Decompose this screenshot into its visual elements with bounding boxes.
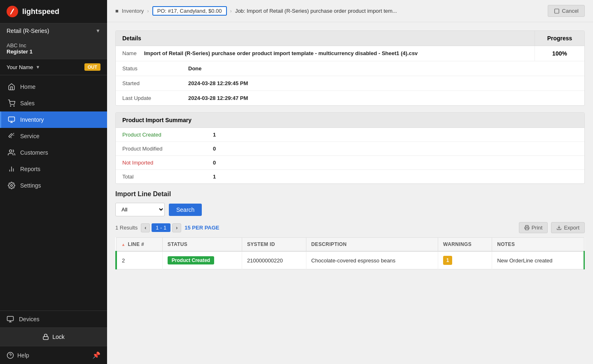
cancel-label: Cancel [562, 8, 579, 14]
col-notes[interactable]: NOTES [492, 238, 584, 252]
settings-icon [8, 182, 15, 189]
per-page-link[interactable]: 15 PER PAGE [184, 225, 219, 231]
col-system-id[interactable]: SYSTEM ID [242, 238, 306, 252]
summary-total-row: Total 1 [116, 170, 584, 183]
sidebar-item-service-label: Service [20, 133, 40, 139]
sidebar-item-devices[interactable]: Devices [0, 311, 107, 327]
import-table: ▲ LINE # STATUS SYSTEM ID DESCRIPTION WA… [115, 237, 585, 269]
cell-notes: New OrderLine created [492, 251, 584, 269]
product-created-value: 1 [213, 132, 216, 138]
user-name-button[interactable]: Your Name ▼ [7, 64, 40, 70]
main-content: ■ Inventory › PO: #17, Candyland, $0.00 … [107, 0, 593, 364]
page-current: 1 - 1 [152, 223, 170, 232]
retail-selector[interactable]: Retail (R-Series) ▼ [0, 23, 107, 38]
register-name: Register 1 [7, 49, 100, 55]
cell-line-num: 2 [116, 251, 162, 269]
help-label: Help [17, 352, 29, 359]
devices-label: Devices [19, 316, 40, 322]
details-card: Details Progress Name Import of Retail (… [115, 30, 585, 106]
sidebar-item-settings-label: Settings [20, 182, 41, 189]
status-value: Done [188, 65, 202, 72]
summary-card-header: Product Import Summary [116, 113, 584, 128]
name-value: Import of Retail (R-Series) purchase ord… [144, 50, 418, 56]
sidebar-item-customers[interactable]: Customers [0, 144, 107, 161]
status-label: Status [122, 65, 188, 72]
started-label: Started [122, 80, 188, 86]
service-icon [8, 132, 15, 140]
col-warnings[interactable]: WARNINGS [438, 238, 492, 252]
sidebar-logo: lightspeed [0, 0, 107, 23]
sidebar-item-settings[interactable]: Settings [0, 177, 107, 194]
retail-selector-label: Retail (R-Series) [7, 28, 49, 34]
breadcrumb-icon: ■ [115, 8, 119, 14]
product-modified-label: Product Modified [122, 146, 213, 152]
svg-rect-17 [554, 9, 559, 13]
sidebar-user: Your Name ▼ OUT [0, 59, 107, 75]
sidebar-item-home[interactable]: Home [0, 79, 107, 95]
table-row: 2 Product Created 210000000220 Chocolate… [116, 251, 584, 269]
customers-icon [8, 149, 15, 156]
warning-badge: 1 [443, 256, 452, 265]
logo-text: lightspeed [22, 7, 59, 16]
breadcrumb-job: Job: Import of Retail (R-Series) purchas… [235, 8, 397, 14]
help-row: Help 📌 [0, 346, 107, 364]
svg-point-1 [10, 106, 11, 107]
export-icon [556, 225, 562, 230]
sidebar-bottom: Devices Lock Help 📌 [0, 311, 107, 364]
pagination-row: 1 Results ‹ 1 - 1 › 15 PER PAGE Print [115, 222, 585, 233]
sidebar-item-sales[interactable]: Sales [0, 95, 107, 111]
started-value: 2024-03-28 12:29:45 PM [188, 80, 248, 86]
svg-rect-18 [525, 228, 528, 230]
breadcrumb-po[interactable]: PO: #17, Candyland, $0.00 [152, 6, 227, 16]
search-button[interactable]: Search [169, 204, 202, 216]
user-chevron-icon: ▼ [36, 65, 40, 70]
total-value: 1 [213, 174, 216, 180]
sidebar-item-service[interactable]: Service [0, 128, 107, 144]
lightspeed-logo-icon [7, 6, 18, 17]
cell-system-id: 210000000220 [242, 251, 306, 269]
next-page-button[interactable]: › [172, 223, 181, 232]
product-modified-value: 0 [213, 146, 216, 152]
breadcrumb-inventory[interactable]: Inventory [122, 8, 144, 14]
svg-point-10 [11, 185, 13, 187]
col-line-num[interactable]: ▲ LINE # [116, 238, 162, 252]
details-started-row: Started 2024-03-28 12:29:45 PM [116, 76, 584, 91]
summary-product-modified-row: Product Modified 0 [116, 142, 584, 156]
sidebar-item-sales-label: Sales [20, 100, 35, 107]
sidebar: lightspeed Retail (R-Series) ▼ ABC Inc R… [0, 0, 107, 364]
print-icon [524, 225, 530, 230]
details-card-header: Details Progress [116, 31, 584, 46]
col-description[interactable]: DESCRIPTION [306, 238, 438, 252]
summary-not-imported-row: Not Imported 0 [116, 156, 584, 170]
product-created-label: Product Created [122, 132, 213, 138]
pagination-left: 1 Results ‹ 1 - 1 › 15 PER PAGE [115, 223, 219, 232]
export-label: Export [564, 225, 579, 231]
col-status[interactable]: STATUS [162, 238, 242, 252]
top-bar: ■ Inventory › PO: #17, Candyland, $0.00 … [107, 0, 593, 22]
export-button[interactable]: Export [551, 222, 585, 233]
prev-page-button[interactable]: ‹ [141, 223, 150, 232]
lock-button[interactable]: Lock [0, 327, 107, 346]
not-imported-label: Not Imported [122, 160, 213, 166]
lock-label: Lock [52, 334, 65, 340]
summary-card: Product Import Summary Product Created 1… [115, 112, 585, 184]
cell-description: Chocolate-covered espresso beans [306, 251, 438, 269]
details-status-row: Status Done [116, 61, 584, 76]
details-last-update-row: Last Update 2024-03-28 12:29:47 PM [116, 91, 584, 105]
sidebar-item-reports-label: Reports [20, 166, 40, 172]
cancel-button[interactable]: Cancel [548, 5, 585, 17]
svg-point-6 [9, 150, 12, 152]
name-label: Name [122, 50, 137, 56]
svg-rect-14 [43, 336, 48, 339]
home-icon [8, 83, 15, 90]
filter-select[interactable]: All [115, 203, 165, 216]
sidebar-item-reports[interactable]: Reports [0, 161, 107, 177]
print-button[interactable]: Print [519, 222, 548, 233]
help-icon [7, 352, 14, 359]
retail-selector-chevron: ▼ [96, 28, 100, 34]
pin-icon[interactable]: 📌 [92, 351, 100, 359]
out-badge[interactable]: OUT [84, 63, 100, 71]
help-button[interactable]: Help [7, 352, 29, 359]
sidebar-item-inventory[interactable]: Inventory [0, 111, 107, 128]
progress-value: 100% [552, 50, 567, 57]
